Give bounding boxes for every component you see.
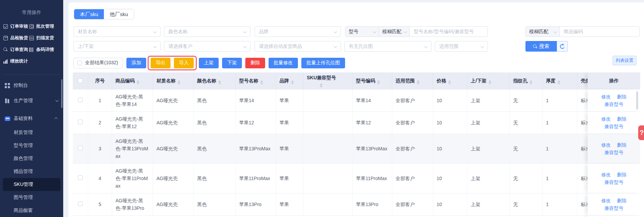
上架-button[interactable]: 上架: [199, 58, 219, 68]
compatible-models-link[interactable]: 兼容型号: [604, 124, 624, 129]
column-header-fingerprint[interactable]: 指纹孔: [510, 72, 543, 90]
column-header-model[interactable]: 型号名称: [236, 72, 276, 90]
sort-icon[interactable]: [530, 80, 532, 84]
sort-icon[interactable]: [320, 83, 323, 87]
tab-他厂sku[interactable]: 他厂sku: [104, 9, 134, 19]
row-checkbox[interactable]: [78, 201, 83, 206]
cell-scope: 全部客户: [392, 193, 433, 216]
table-scrollbar[interactable]: [636, 91, 638, 110]
edit-link[interactable]: 修改: [601, 94, 611, 99]
help-badge[interactable]: ?: [638, 125, 644, 140]
quick-action-条码详情[interactable]: 条码详情: [29, 46, 63, 53]
compatible-models-link[interactable]: 兼容型号: [604, 205, 624, 211]
submenu-item-商品橱窗[interactable]: 商品橱窗: [0, 204, 63, 217]
list-settings-button[interactable]: 列表设置: [613, 56, 636, 65]
op-links: 兼容型号: [591, 123, 637, 130]
edit-link[interactable]: 修改: [601, 172, 611, 177]
下架-button[interactable]: 下架: [222, 58, 242, 68]
search-button[interactable]: 搜索: [525, 41, 557, 52]
delete-link[interactable]: 删除: [617, 198, 627, 203]
header-checkbox[interactable]: [78, 78, 83, 83]
quick-action-label: 条码详情: [36, 46, 54, 53]
material-select[interactable]: 材质名称: [73, 26, 161, 37]
quick-action-扫描发货[interactable]: 扫描发货: [29, 35, 63, 41]
menu-item-基础资料[interactable]: 基础资料: [0, 111, 63, 126]
row-checkbox[interactable]: [78, 120, 83, 124]
match-mode-select[interactable]: 模糊匹配: [379, 27, 410, 37]
column-header-thickness[interactable]: 厚度: [543, 72, 577, 90]
row-checkbox[interactable]: [78, 146, 83, 150]
brand-select[interactable]: 品牌: [255, 26, 341, 37]
compatible-models-link[interactable]: 兼容型号: [604, 150, 624, 155]
sort-icon[interactable]: [137, 80, 139, 84]
submenu-item-材质管理[interactable]: 材质管理: [0, 126, 63, 139]
column-header-sku_compat[interactable]: SKU兼容型号: [303, 72, 353, 90]
sidebar-scrollbar[interactable]: [61, 79, 63, 108]
column-header-model_code[interactable]: 型号编码: [353, 72, 392, 90]
submenu-item-图号管理[interactable]: 图号管理: [0, 191, 63, 204]
column-header-color[interactable]: 颜色名称: [194, 72, 236, 90]
cell-status: 上架: [467, 90, 510, 112]
sort-icon[interactable]: [489, 80, 491, 84]
column-header-material[interactable]: 材质名称: [153, 72, 194, 90]
refresh-button[interactable]: [557, 41, 568, 52]
edit-link[interactable]: 修改: [601, 198, 611, 203]
sort-icon[interactable]: [377, 80, 380, 84]
column-header-status[interactable]: 上/下架: [467, 72, 510, 90]
sort-icon[interactable]: [417, 80, 420, 84]
sort-asc-icon: [558, 80, 560, 82]
tab-本厂sku[interactable]: 本厂sku: [74, 9, 104, 19]
sort-icon[interactable]: [260, 80, 263, 84]
quick-action-订单审核[interactable]: 订单审核: [3, 23, 29, 29]
edit-link[interactable]: 修改: [601, 142, 611, 148]
cell-status: 上架: [467, 164, 510, 193]
submenu-item-SKU管理[interactable]: SKU管理: [3, 178, 60, 191]
column-header-brand[interactable]: 品牌: [276, 72, 303, 90]
sort-icon[interactable]: [448, 80, 451, 84]
model-field-select[interactable]: 型号: [345, 27, 379, 37]
column-header-scope[interactable]: 适用范围: [392, 72, 433, 90]
批量修改-button[interactable]: 批量修改: [269, 58, 298, 68]
compatible-models-link[interactable]: 兼容型号: [604, 179, 624, 185]
quick-action-批次管理[interactable]: 批次管理: [29, 23, 63, 29]
auto-ship-select[interactable]: 请选择自动发货商品: [255, 41, 341, 52]
menu-item-生产管理[interactable]: 生产管理: [0, 93, 63, 108]
submenu-item-赠品管理[interactable]: 赠品管理: [0, 165, 63, 178]
column-header-price[interactable]: 价格: [433, 72, 467, 90]
delete-link[interactable]: 删除: [617, 142, 627, 148]
导出-button[interactable]: 导出: [151, 58, 170, 68]
menu-item-控制台[interactable]: 控制台: [0, 78, 63, 93]
product-code-input[interactable]: 商品编码: [560, 27, 639, 37]
row-checkbox[interactable]: [78, 175, 83, 180]
cell-ops: [588, 216, 640, 217]
submenu-item-颜色管理[interactable]: 颜色管理: [0, 152, 63, 165]
row-checkbox[interactable]: [78, 97, 83, 102]
color-select[interactable]: 颜色名称: [164, 26, 250, 37]
sort-icon[interactable]: [218, 80, 221, 84]
hole-image-select[interactable]: 有无孔位图: [344, 41, 431, 52]
sort-icon[interactable]: [291, 80, 294, 84]
delete-link[interactable]: 删除: [617, 172, 627, 177]
quick-action-品检验货[interactable]: 品检验货: [3, 35, 29, 41]
submenu-item-型号管理[interactable]: 型号管理: [0, 139, 63, 152]
model-keyword-input[interactable]: 型号名称/型号编码/兼容型号: [410, 27, 488, 37]
delete-link[interactable]: 删除: [617, 116, 627, 122]
删除-button[interactable]: 删除: [245, 58, 265, 68]
edit-link[interactable]: 修改: [601, 116, 611, 122]
match-mode-select[interactable]: 模糊匹配: [526, 27, 560, 37]
批量上传孔位图-button[interactable]: 批量上传孔位图: [301, 58, 345, 68]
compatible-models-link[interactable]: 兼容型号: [604, 101, 624, 107]
scope-select[interactable]: 适用范围: [435, 41, 488, 52]
添加-button[interactable]: 添加: [126, 58, 146, 68]
customer-select[interactable]: 请选择客户: [164, 41, 250, 52]
quick-action-绩效统计[interactable]: 绩效统计: [3, 58, 29, 64]
sort-asc-icon: [448, 80, 451, 82]
sort-icon[interactable]: [178, 80, 180, 84]
column-header-code[interactable]: 商品编码: [112, 72, 153, 90]
导入-button[interactable]: 导入: [174, 58, 194, 68]
select-all-checkbox[interactable]: [77, 60, 82, 65]
delete-link[interactable]: 删除: [617, 94, 627, 99]
status-select[interactable]: 上/下架: [73, 41, 161, 52]
quick-action-订单查询[interactable]: 订单查询: [3, 46, 29, 53]
sort-icon[interactable]: [558, 80, 560, 84]
